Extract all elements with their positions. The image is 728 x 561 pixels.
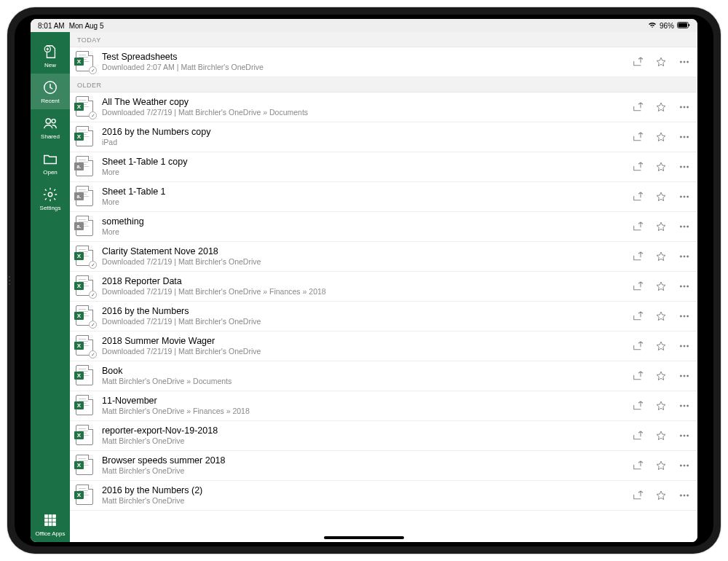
file-row[interactable]: XBookMatt Birchler's OneDrive » Document…	[70, 361, 697, 391]
file-row[interactable]: X2016 by the Numbers (2)Matt Birchler's …	[70, 481, 697, 511]
file-row[interactable]: a.Sheet 1-Table 1 copyMore	[70, 152, 697, 182]
share-icon	[632, 251, 644, 262]
more-icon	[678, 430, 690, 442]
more-button[interactable]	[678, 56, 690, 68]
file-row[interactable]: X✓Clarity Statement Nove 2018Downloaded …	[70, 242, 697, 272]
more-button[interactable]	[678, 221, 690, 232]
share-button[interactable]	[632, 280, 644, 292]
share-button[interactable]	[632, 340, 644, 352]
cloud-sync-icon: ✓	[89, 111, 97, 119]
sidebar-item-office-apps[interactable]: Office Apps	[31, 506, 70, 542]
pin-button[interactable]	[655, 490, 667, 501]
file-subtitle: Downloaded 2:07 AM | Matt Birchler's One…	[102, 63, 632, 73]
file-row[interactable]: X2016 by the Numbers copyiPad	[70, 122, 697, 152]
share-button[interactable]	[632, 161, 644, 173]
file-title: 11-November	[102, 396, 632, 407]
svg-point-40	[687, 286, 689, 287]
file-row[interactable]: X✓Test SpreadsheetsDownloaded 2:07 AM | …	[70, 47, 697, 77]
file-row[interactable]: a.somethingMore	[70, 212, 697, 242]
share-icon	[632, 310, 644, 322]
more-button[interactable]	[678, 460, 690, 471]
share-button[interactable]	[632, 490, 644, 501]
more-button[interactable]	[678, 251, 690, 262]
more-button[interactable]	[678, 340, 690, 352]
more-button[interactable]	[678, 101, 690, 113]
star-icon	[655, 430, 667, 442]
share-button[interactable]	[632, 370, 644, 382]
share-button[interactable]	[632, 251, 644, 262]
pin-button[interactable]	[655, 191, 667, 203]
file-row[interactable]: X✓All The Weather copyDownloaded 7/27/19…	[70, 93, 697, 122]
file-subtitle: Downloaded 7/21/19 | Matt Birchler's One…	[102, 287, 632, 297]
share-icon	[632, 370, 644, 382]
excel-badge: X	[74, 401, 84, 409]
svg-point-51	[684, 405, 685, 407]
svg-rect-8	[45, 515, 48, 518]
share-icon	[632, 161, 644, 173]
more-button[interactable]	[678, 310, 690, 322]
pin-button[interactable]	[655, 430, 667, 442]
share-button[interactable]	[632, 460, 644, 471]
share-button[interactable]	[632, 221, 644, 232]
share-button[interactable]	[632, 56, 644, 68]
file-icon: X✓	[76, 335, 95, 357]
more-button[interactable]	[678, 490, 690, 501]
sidebar-item-recent[interactable]: Recent	[31, 74, 70, 109]
more-button[interactable]	[678, 430, 690, 442]
pin-button[interactable]	[655, 340, 667, 352]
star-icon	[655, 310, 667, 322]
svg-point-6	[52, 119, 55, 123]
home-indicator[interactable]	[324, 536, 404, 539]
more-icon	[678, 221, 690, 232]
share-button[interactable]	[632, 191, 644, 203]
file-title: Book	[102, 366, 632, 377]
excel-badge: X	[74, 103, 84, 111]
svg-point-55	[687, 435, 689, 436]
file-row[interactable]: Xreporter-export-Nov-19-2018Matt Birchle…	[70, 421, 697, 451]
sidebar-item-new[interactable]: New	[31, 38, 70, 74]
pin-button[interactable]	[655, 161, 667, 173]
sidebar-item-settings[interactable]: Settings	[31, 181, 70, 216]
file-list[interactable]: TODAYX✓Test SpreadsheetsDownloaded 2:07 …	[70, 32, 697, 542]
svg-point-28	[687, 166, 689, 168]
file-row[interactable]: X✓2018 Reporter DataDownloaded 7/21/19 |…	[70, 272, 697, 302]
pin-button[interactable]	[655, 400, 667, 412]
pin-button[interactable]	[655, 280, 667, 292]
file-title: 2018 Reporter Data	[102, 276, 632, 287]
sidebar-item-shared[interactable]: Shared	[31, 109, 70, 145]
share-button[interactable]	[632, 131, 644, 143]
file-row[interactable]: X11-NovemberMatt Birchler's OneDrive » F…	[70, 391, 697, 421]
excel-badge: X	[74, 58, 84, 66]
file-row[interactable]: X✓2018 Summer Movie WagerDownloaded 7/21…	[70, 332, 697, 361]
svg-point-32	[680, 226, 681, 227]
file-title: 2016 by the Numbers copy	[102, 127, 632, 138]
more-button[interactable]	[678, 280, 690, 292]
sidebar-item-open[interactable]: Open	[31, 145, 70, 181]
more-button[interactable]	[678, 161, 690, 173]
pin-button[interactable]	[655, 101, 667, 113]
share-button[interactable]	[632, 310, 644, 322]
more-button[interactable]	[678, 370, 690, 382]
excel-badge: X	[74, 133, 84, 141]
share-button[interactable]	[632, 400, 644, 412]
pin-button[interactable]	[655, 370, 667, 382]
more-button[interactable]	[678, 400, 690, 412]
cloud-sync-icon: ✓	[89, 321, 97, 329]
more-button[interactable]	[678, 191, 690, 203]
pin-button[interactable]	[655, 310, 667, 322]
file-row[interactable]: a.Sheet 1-Table 1More	[70, 182, 697, 212]
status-battery: 96%	[660, 22, 674, 30]
file-row[interactable]: X✓2016 by the NumbersDownloaded 7/21/19 …	[70, 302, 697, 332]
file-row[interactable]: XBrowser speeds summer 2018Matt Birchler…	[70, 451, 697, 481]
svg-point-58	[687, 465, 689, 466]
pin-button[interactable]	[655, 221, 667, 232]
share-button[interactable]	[632, 430, 644, 442]
pin-button[interactable]	[655, 251, 667, 262]
pin-button[interactable]	[655, 460, 667, 471]
share-button[interactable]	[632, 101, 644, 113]
more-button[interactable]	[678, 131, 690, 143]
pin-button[interactable]	[655, 56, 667, 68]
file-title: Browser speeds summer 2018	[102, 455, 632, 466]
pin-button[interactable]	[655, 131, 667, 143]
share-icon	[632, 490, 644, 501]
